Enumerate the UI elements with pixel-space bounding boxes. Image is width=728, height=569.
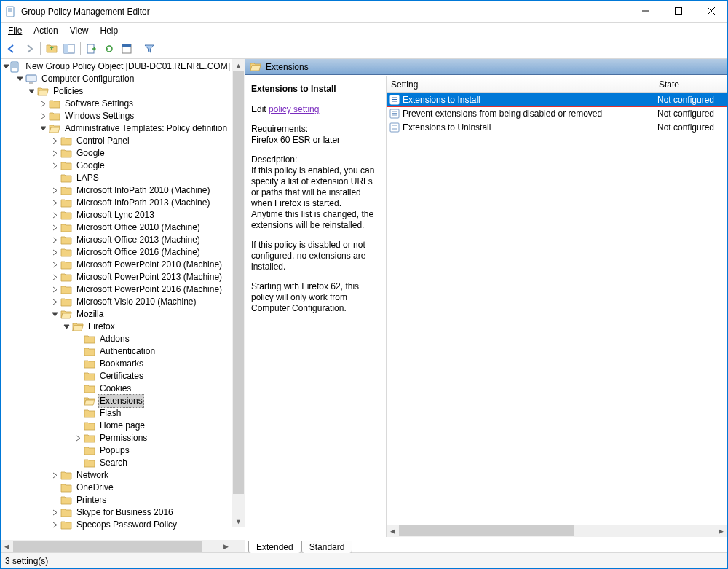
tree-item-ppt2016[interactable]: Microsoft PowerPoint 2016 (Machine) [2,283,245,296]
menu-file[interactable]: File [2,24,28,37]
tree-horizontal-scrollbar[interactable]: ◀ ▶ [1,540,245,552]
scroll-thumb-v[interactable] [233,71,244,494]
settings-list-rows[interactable]: Extensions to InstallNot configuredPreve… [387,93,727,525]
column-header-setting[interactable]: Setting [387,76,654,92]
tree-item-software_settings[interactable]: Software Settings [2,98,245,110]
expand-icon[interactable] [49,470,60,482]
collapse-icon[interactable] [37,123,49,135]
expand-icon[interactable] [49,148,60,160]
list-scroll-left[interactable]: ◀ [387,525,399,537]
menu-action[interactable]: Action [28,24,63,37]
expand-icon[interactable] [49,272,60,283]
tree[interactable]: New Group Policy Object [DUB-DC01.RENRE.… [1,59,245,533]
tree-item-ppt2010[interactable]: Microsoft PowerPoint 2010 (Machine) [2,259,245,271]
tree-item-root[interactable]: New Group Policy Object [DUB-DC01.RENRE.… [2,60,245,73]
collapse-icon[interactable] [2,61,9,73]
setting-row[interactable]: Extensions to UninstallNot configured [387,120,727,134]
close-button[interactable] [695,1,727,22]
tree-item-infopath2010[interactable]: Microsoft InfoPath 2010 (Machine) [2,184,245,197]
expand-icon[interactable] [49,136,60,147]
tree-vertical-scrollbar[interactable]: ▲ ▼ [232,59,245,527]
tree-item-policies[interactable]: Policies [2,85,245,98]
up-button[interactable] [44,41,60,57]
expand-icon[interactable] [49,222,60,234]
back-button[interactable] [4,41,20,57]
setting-row[interactable]: Prevent extensions from being disabled o… [387,106,727,120]
expand-icon[interactable] [49,185,60,197]
list-scroll-right[interactable]: ▶ [715,525,727,537]
expand-icon[interactable] [49,284,60,296]
scroll-thumb-h[interactable] [13,541,202,552]
expand-icon[interactable] [37,98,49,110]
export-button[interactable] [84,41,100,57]
expand-icon[interactable] [49,519,60,531]
tree-item-google2[interactable]: Google [2,160,245,172]
expand-icon[interactable] [49,160,60,172]
tree-item-admin_templates[interactable]: Administrative Templates: Policy definit… [2,122,245,135]
tree-item-homepage[interactable]: Home page [2,420,245,432]
tree-item-firefox[interactable]: Firefox [2,321,245,333]
tab-extended[interactable]: Extended [248,541,301,553]
tree-item-laps[interactable]: LAPS [2,172,245,184]
properties-button[interactable] [119,41,135,57]
tree-item-skype[interactable]: Skype for Business 2016 [2,506,245,519]
tree-item-ppt2013[interactable]: Microsoft PowerPoint 2013 (Machine) [2,271,245,283]
expand-icon[interactable] [49,235,60,246]
tree-item-permissions[interactable]: Permissions [2,432,245,444]
collapse-icon[interactable] [60,321,72,333]
tree-item-network[interactable]: Network [2,469,245,482]
expand-icon[interactable] [49,507,60,519]
expand-icon[interactable] [49,197,60,209]
tree-item-mozilla[interactable]: Mozilla [2,308,245,321]
collapse-icon[interactable] [25,86,37,98]
tree-item-specops[interactable]: Specops Password Policy [2,519,245,531]
scroll-left-arrow[interactable]: ◀ [1,540,13,552]
tree-item-infopath2013[interactable]: Microsoft InfoPath 2013 (Machine) [2,197,245,209]
tree-item-lync2013[interactable]: Microsoft Lync 2013 [2,209,245,221]
expand-icon[interactable] [49,247,60,259]
edit-policy-link[interactable]: policy setting [269,104,319,114]
tree-item-search[interactable]: Search [2,457,245,469]
list-scroll-thumb[interactable] [399,525,574,536]
column-header-state[interactable]: State [654,76,727,92]
forward-button[interactable] [21,41,37,57]
tree-item-addons[interactable]: Addons [2,333,245,345]
menu-view[interactable]: View [64,24,95,37]
maximize-button[interactable] [662,1,695,22]
scroll-right-arrow[interactable]: ▶ [220,540,232,552]
tree-item-windows_settings[interactable]: Windows Settings [2,110,245,122]
list-horizontal-scrollbar[interactable]: ◀ ▶ [387,525,727,537]
tree-item-extensions[interactable]: Extensions [2,395,245,407]
menu-help[interactable]: Help [95,24,124,37]
tree-item-certificates[interactable]: Certificates [2,370,245,382]
tree-item-visio2010[interactable]: Microsoft Visio 2010 (Machine) [2,296,245,308]
tab-standard[interactable]: Standard [301,541,353,553]
expand-icon[interactable] [72,433,84,444]
tree-item-printers[interactable]: Printers [2,494,245,506]
tree-item-bookmarks[interactable]: Bookmarks [2,358,245,370]
tree-item-office2013[interactable]: Microsoft Office 2013 (Machine) [2,234,245,246]
tree-item-computer_config[interactable]: Computer Configuration [2,73,245,85]
collapse-icon[interactable] [49,309,60,321]
refresh-button[interactable] [101,41,117,57]
tree-item-control_panel[interactable]: Control Panel [2,135,245,147]
tree-item-onedrive[interactable]: OneDrive [2,482,245,494]
tree-item-google1[interactable]: Google [2,147,245,160]
expand-icon[interactable] [49,297,60,308]
scroll-up-arrow[interactable]: ▲ [232,59,245,71]
scroll-down-arrow[interactable]: ▼ [232,515,245,527]
expand-icon[interactable] [49,210,60,221]
tree-item-popups[interactable]: Popups [2,444,245,457]
show-hide-tree-button[interactable] [61,41,77,57]
minimize-button[interactable] [629,1,662,22]
tree-item-cookies[interactable]: Cookies [2,382,245,395]
setting-row[interactable]: Extensions to InstallNot configured [387,93,727,106]
expand-icon[interactable] [49,259,60,271]
tree-item-office2010[interactable]: Microsoft Office 2010 (Machine) [2,221,245,234]
tree-item-authentication[interactable]: Authentication [2,345,245,358]
filter-button[interactable] [141,41,157,57]
tree-item-office2016[interactable]: Microsoft Office 2016 (Machine) [2,246,245,259]
collapse-icon[interactable] [14,74,25,85]
tree-item-flash[interactable]: Flash [2,407,245,420]
expand-icon[interactable] [37,111,49,122]
